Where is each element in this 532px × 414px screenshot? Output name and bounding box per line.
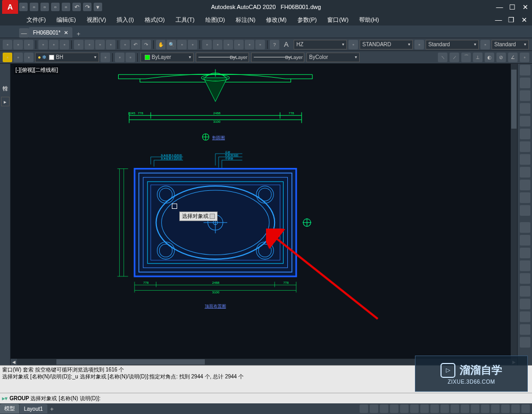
zoom-prev-icon[interactable]: ▫	[188, 40, 197, 49]
block-icon[interactable]	[520, 205, 530, 216]
table-style-icon[interactable]: ▫	[414, 40, 424, 49]
qat-new-icon[interactable]: ▫	[19, 3, 28, 11]
menu-help[interactable]: 帮助(H)	[354, 16, 384, 24]
preview-icon[interactable]: ▫	[49, 40, 59, 49]
doc-close-button[interactable]: ✕	[519, 16, 529, 23]
extend-icon[interactable]	[520, 299, 530, 309]
doc-restore-button[interactable]: ❐	[506, 16, 516, 23]
status-qp-icon[interactable]	[440, 404, 449, 413]
table-icon[interactable]	[520, 167, 530, 178]
status-ws-icon[interactable]	[471, 404, 479, 413]
menu-tools[interactable]: 工具(T)	[170, 16, 200, 24]
status-otrack-icon[interactable]	[410, 404, 419, 413]
status-monitor-icon[interactable]	[481, 404, 489, 413]
layer-iso-icon[interactable]: ▫	[24, 53, 34, 62]
paste-icon[interactable]: ▫	[95, 40, 105, 49]
layer-state-icon[interactable]: ▫	[13, 53, 23, 62]
status-ortho-icon[interactable]	[380, 404, 388, 413]
menu-insert[interactable]: 插入(I)	[111, 16, 139, 24]
menu-file[interactable]: 文件(F)	[21, 16, 51, 24]
dim-radius-icon[interactable]: ◐	[485, 53, 494, 62]
qat-open-icon[interactable]: ▫	[30, 3, 38, 11]
dim-style-icon[interactable]: ▫	[348, 40, 358, 49]
menu-parametric[interactable]: 参数(P)	[292, 16, 322, 24]
layer-manager-icon[interactable]: ▫	[3, 53, 12, 62]
mirror-icon[interactable]	[520, 260, 530, 271]
qat-saveas-icon[interactable]: ▫	[51, 3, 60, 11]
status-grid-icon[interactable]	[360, 404, 368, 413]
window-minimize-button[interactable]: —	[495, 3, 504, 11]
save-icon[interactable]: ▫	[24, 40, 34, 49]
zoom-window-icon[interactable]: ▫	[177, 40, 187, 49]
qat-save-icon[interactable]: ▫	[40, 3, 49, 11]
document-tab-close-icon[interactable]: ✕	[64, 30, 68, 36]
layer-prev-icon[interactable]: ▫	[126, 53, 135, 62]
make-current-icon[interactable]: ▫	[115, 53, 124, 62]
lineweight-dropdown[interactable]: ByLayer	[251, 53, 304, 62]
new-icon[interactable]: ▫	[3, 40, 12, 49]
layout-tab[interactable]: Layout1	[20, 404, 47, 413]
line-icon[interactable]	[520, 65, 530, 75]
menu-edit[interactable]: 编辑(E)	[51, 16, 81, 24]
status-osnap-icon[interactable]	[400, 404, 409, 413]
new-tab-button[interactable]: ＋	[73, 29, 84, 38]
menu-dimension[interactable]: 标注(N)	[230, 16, 261, 24]
publish-icon[interactable]: ▫	[60, 40, 69, 49]
palette-tab-properties[interactable]: 特性	[1, 68, 10, 95]
status-polar-icon[interactable]	[390, 404, 398, 413]
status-transparency-icon[interactable]	[430, 404, 439, 413]
match-icon[interactable]: ▫	[106, 40, 115, 49]
trim-icon[interactable]	[520, 286, 530, 297]
dim-angular-icon[interactable]: ∠	[508, 53, 518, 62]
status-lwt-icon[interactable]	[420, 404, 429, 413]
redo-icon[interactable]: ↷	[142, 40, 151, 49]
print-icon[interactable]: ▫	[38, 40, 48, 49]
offset-icon[interactable]	[520, 311, 530, 322]
qat-undo-icon[interactable]: ↶	[72, 3, 81, 11]
sheet-set-icon[interactable]: ▫	[234, 40, 244, 49]
move-icon[interactable]	[520, 222, 530, 233]
copy-icon[interactable]: ▫	[85, 40, 94, 49]
menu-modify[interactable]: 修改(M)	[261, 16, 292, 24]
status-clean-icon[interactable]	[511, 404, 520, 413]
qat-redo-icon[interactable]: ↷	[83, 3, 92, 11]
array-icon[interactable]	[520, 324, 530, 335]
ellipse-icon[interactable]	[520, 129, 530, 139]
polyline-icon[interactable]	[520, 78, 530, 88]
dim-ordinate-icon[interactable]: ⊥	[473, 53, 483, 62]
menu-format[interactable]: 格式(O)	[139, 16, 170, 24]
rectangle-icon[interactable]	[520, 116, 530, 126]
dim-arc-icon[interactable]: ⌒	[461, 53, 471, 62]
dim-diameter-icon[interactable]: ⊘	[496, 53, 506, 62]
color-dropdown[interactable]: ByLayer ▾	[140, 53, 194, 62]
qat-dropdown-icon[interactable]: ▾	[94, 3, 102, 11]
drawing-canvas[interactable]: [-][俯视][二维线框] 2245	[11, 64, 517, 365]
dim-aligned-icon[interactable]: ⟋	[450, 53, 459, 62]
qat-print-icon[interactable]: ▫	[62, 3, 70, 11]
status-hw-icon[interactable]	[501, 404, 510, 413]
hatch-icon[interactable]	[520, 141, 530, 152]
zoom-icon[interactable]: 🔍	[167, 40, 176, 49]
document-tab[interactable]: FH06B001* ✕	[29, 27, 72, 38]
pan-icon[interactable]: ✋	[156, 40, 165, 49]
tool-palettes-icon[interactable]: ▫	[223, 40, 233, 49]
model-tab[interactable]: 模型	[0, 404, 19, 413]
erase-icon[interactable]	[520, 337, 530, 348]
command-line[interactable]: ▸▾ GROUP 选择对象或 [名称(N) 说明(D)]:	[0, 393, 532, 403]
dim-quick-icon[interactable]: ▫	[520, 53, 529, 62]
mleader-style-icon[interactable]: ▫	[480, 40, 490, 49]
designcenter-icon[interactable]: ▫	[213, 40, 222, 49]
block-icon[interactable]: ▫	[120, 40, 130, 49]
dim-linear-icon[interactable]: ⟍	[438, 53, 447, 62]
window-close-button[interactable]: ✕	[520, 3, 530, 11]
add-layout-button[interactable]: ＋	[48, 405, 56, 413]
markup-icon[interactable]: ▫	[245, 40, 254, 49]
mleader-style-dropdown[interactable]: Standard▾	[492, 40, 529, 49]
region-icon[interactable]	[520, 192, 530, 203]
rotate-icon[interactable]	[520, 248, 530, 258]
linetype-dropdown[interactable]: ByLayer	[196, 53, 249, 62]
menu-window[interactable]: 窗口(W)	[322, 16, 354, 24]
arc-icon[interactable]	[520, 103, 530, 114]
status-custom-icon[interactable]	[521, 404, 530, 413]
plot-style-dropdown[interactable]: ByColor▾	[306, 53, 360, 62]
